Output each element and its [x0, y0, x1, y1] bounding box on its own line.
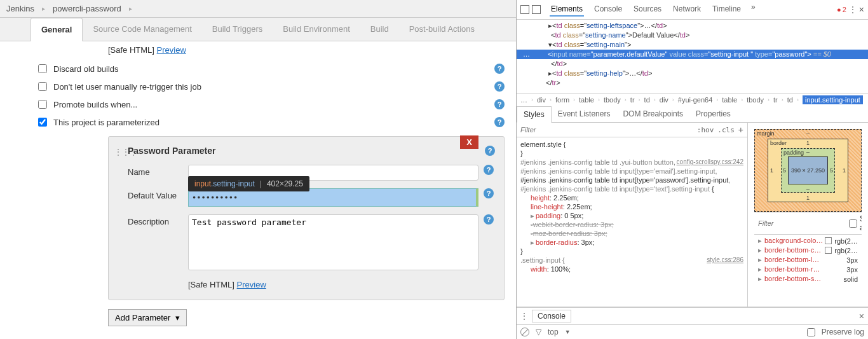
- console-close-icon[interactable]: ×: [859, 311, 864, 321]
- promote-label: Promote builds when...: [53, 100, 494, 109]
- devtools-close-icon[interactable]: ×: [859, 4, 864, 15]
- breadcrumb-separator: ▸: [42, 5, 45, 12]
- subtab-styles[interactable]: Styles: [517, 106, 552, 123]
- device-mode-icon[interactable]: [532, 5, 541, 14]
- name-label: Name: [128, 165, 188, 177]
- promote-checkbox[interactable]: [38, 100, 47, 109]
- subtab-dom-breakpoints[interactable]: DOM Breakpoints: [616, 106, 689, 122]
- breadcrumb: Jenkins ▸ powercli-password ▸: [0, 0, 516, 18]
- devtools-tab-elements[interactable]: Elements: [550, 3, 584, 17]
- inspector-tooltip: input.setting-input | 402×29.25: [188, 176, 309, 191]
- safe-html-note: [Safe HTML] Preview: [188, 280, 494, 289]
- breadcrumb-separator: ▸: [129, 5, 132, 12]
- hov-toggle[interactable]: :hov: [697, 126, 714, 134]
- help-icon[interactable]: ?: [494, 117, 505, 127]
- parameter-title: Password Parameter: [128, 146, 494, 156]
- more-tabs-icon[interactable]: »: [751, 3, 756, 17]
- console-menu-icon[interactable]: ⋮: [520, 312, 528, 321]
- devtools-menu-icon[interactable]: ⋮: [849, 5, 857, 14]
- styles-filter-input[interactable]: [520, 126, 693, 134]
- filter-icon[interactable]: ▽: [536, 328, 541, 336]
- subtab-event-listeners[interactable]: Event Listeners: [552, 106, 617, 122]
- help-icon[interactable]: ?: [485, 146, 495, 156]
- tab-build-triggers[interactable]: Build Triggers: [202, 18, 273, 41]
- parameterized-label: This project is parameterized: [53, 118, 494, 127]
- box-model: margin – border 1 1 1 1 padding – 5 5: [754, 129, 862, 212]
- tab-general[interactable]: General: [31, 18, 83, 41]
- preview-link[interactable]: Preview: [157, 45, 186, 55]
- discard-builds-checkbox[interactable]: [38, 64, 47, 73]
- devtools-tab-sources[interactable]: Sources: [632, 3, 663, 17]
- tab-build-environment[interactable]: Build Environment: [273, 18, 360, 41]
- remove-parameter-button[interactable]: X: [460, 135, 478, 149]
- help-icon[interactable]: ?: [484, 188, 494, 198]
- show-all-label: Show all: [860, 214, 862, 232]
- help-icon[interactable]: ?: [494, 81, 505, 92]
- devtools-panel: Elements Console Sources Network Timelin…: [517, 0, 868, 339]
- dom-tree[interactable]: ▸<td class="setting-leftspace">…</td> <t…: [517, 20, 868, 93]
- clear-console-icon[interactable]: [520, 328, 529, 336]
- show-all-checkbox[interactable]: [849, 219, 857, 228]
- config-tabs: General Source Code Management Build Tri…: [0, 18, 516, 41]
- devtools-tab-timeline[interactable]: Timeline: [711, 3, 742, 17]
- parameterized-checkbox[interactable]: [38, 118, 47, 127]
- context-dropdown-icon[interactable]: ▼: [565, 329, 571, 335]
- safe-html-note: [Safe HTML] Preview: [108, 45, 505, 55]
- error-count-badge[interactable]: 2: [837, 6, 846, 13]
- help-icon[interactable]: ?: [484, 214, 494, 225]
- retrigger-label: Don't let user manually re-trigger this …: [53, 82, 494, 92]
- subtab-properties[interactable]: Properties: [689, 106, 737, 122]
- dom-breadcrumb[interactable]: …› div› form› table› tbody› tr› td› div›…: [517, 93, 868, 106]
- context-selector[interactable]: top: [548, 328, 559, 336]
- inspect-element-icon[interactable]: [520, 5, 529, 14]
- preview-link[interactable]: Preview: [237, 280, 266, 289]
- help-icon[interactable]: ?: [494, 64, 505, 74]
- help-icon[interactable]: ?: [484, 165, 494, 175]
- default-value-label: Default Value: [128, 188, 188, 200]
- add-rule-icon[interactable]: +: [738, 125, 743, 135]
- devtools-tab-network[interactable]: Network: [672, 3, 702, 17]
- description-label: Description: [128, 214, 188, 226]
- breadcrumb-item[interactable]: Jenkins: [6, 4, 34, 13]
- description-textarea[interactable]: Test password parameter: [188, 214, 478, 270]
- cls-toggle[interactable]: .cls: [717, 126, 735, 134]
- add-parameter-button[interactable]: Add Parameter ▾: [108, 309, 187, 326]
- password-parameter-block: ⋮⋮⋮ X ? Password Parameter Name ? Defaul…: [108, 136, 505, 300]
- preserve-log-checkbox[interactable]: [807, 328, 815, 336]
- breadcrumb-item[interactable]: powercli-password: [53, 4, 121, 13]
- css-rules[interactable]: element.style { } config-scrollspy.css:2…: [517, 137, 747, 307]
- tab-post-build[interactable]: Post-build Actions: [399, 18, 485, 41]
- console-drawer-tab[interactable]: Console: [532, 310, 571, 322]
- preserve-log-label: Preserve log: [822, 328, 864, 336]
- help-icon[interactable]: ?: [494, 99, 505, 109]
- computed-filter-input[interactable]: [758, 219, 846, 227]
- discard-builds-label: Discard old builds: [53, 64, 494, 74]
- computed-properties[interactable]: background-colo…rgb(2… border-bottom-c…r…: [754, 235, 862, 285]
- retrigger-checkbox[interactable]: [38, 82, 47, 91]
- devtools-tab-console[interactable]: Console: [593, 3, 623, 17]
- tab-build[interactable]: Build: [360, 18, 399, 41]
- drag-handle-icon[interactable]: ⋮⋮⋮: [114, 147, 137, 157]
- tab-scm[interactable]: Source Code Management: [83, 18, 201, 41]
